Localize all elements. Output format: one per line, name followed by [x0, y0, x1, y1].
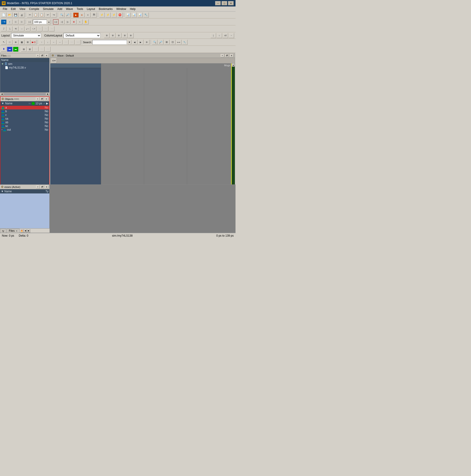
- search-input[interactable]: [92, 40, 127, 45]
- nav3-btn[interactable]: ⟲: [13, 26, 18, 31]
- break-btn[interactable]: |◁|: [53, 19, 59, 24]
- wave-add-btn[interactable]: +: [221, 54, 224, 57]
- menu-add[interactable]: Add: [56, 7, 64, 11]
- cut-btn[interactable]: ✂: [27, 13, 32, 17]
- column-layout-select[interactable]: Default: [64, 33, 100, 38]
- nav5-btn[interactable]: ↙~: [25, 26, 31, 31]
- nav6-btn[interactable]: ~↗: [31, 26, 36, 31]
- nav4-btn[interactable]: →: [19, 26, 24, 31]
- sim3-btn[interactable]: ⚡: [111, 13, 117, 17]
- signal-row-out[interactable]: + out No: [0, 128, 49, 132]
- signal-row-sa[interactable]: sa No: [0, 117, 49, 120]
- new-btn[interactable]: 📄: [1, 13, 6, 17]
- compile-btn[interactable]: ▶: [73, 13, 79, 17]
- tree-item-sim[interactable]: ▼ 🗄 sim: [0, 62, 49, 66]
- copy-btn[interactable]: 📋: [33, 13, 38, 17]
- compile3-btn[interactable]: ≡: [85, 13, 91, 17]
- files-scroll-left[interactable]: ◀: [0, 93, 3, 96]
- zoom-fit-btn[interactable]: ⊞: [164, 40, 170, 45]
- select-btn[interactable]: ↖: [1, 40, 6, 45]
- menu-simulate[interactable]: Simulate: [41, 7, 56, 11]
- zoom-opt-btn[interactable]: 🔧: [182, 40, 188, 45]
- rect-btn[interactable]: □: [7, 40, 13, 45]
- wave-divider-btn[interactable]: ⋯: [75, 40, 81, 45]
- menu-file[interactable]: File: [1, 7, 9, 11]
- step-up-btn[interactable]: ▲: [47, 19, 50, 24]
- col-btn3[interactable]: ⚙: [116, 33, 122, 38]
- signal-row-b[interactable]: b No: [0, 109, 49, 113]
- sim-step-input[interactable]: 100 ps: [33, 20, 47, 24]
- tab-fire-btn[interactable]: 🔥: [20, 229, 24, 233]
- stop-btn[interactable]: ⊗: [71, 19, 77, 24]
- tool3-btn[interactable]: 📊: [137, 13, 143, 17]
- objects-float-btn[interactable]: 🗗: [40, 97, 44, 101]
- break2-btn[interactable]: ◁|: [59, 19, 65, 24]
- nav7-btn[interactable]: ⋯: [37, 26, 42, 31]
- wave-signal-btn[interactable]: ⋯: [69, 40, 75, 45]
- sig-pat5-btn[interactable]: ⋯: [45, 47, 50, 52]
- nav2-btn[interactable]: ⤵: [7, 26, 13, 31]
- layout-select[interactable]: Simulate: [11, 33, 41, 38]
- tab-files-close[interactable]: ✕: [16, 230, 17, 232]
- view-btn2[interactable]: ○: [217, 33, 222, 38]
- redo-btn[interactable]: ↪: [51, 13, 57, 17]
- menu-window[interactable]: Window: [114, 7, 128, 11]
- sig-up-btn[interactable]: ⬆: [1, 47, 6, 52]
- menu-edit[interactable]: Edit: [9, 7, 17, 11]
- objects-close-btn[interactable]: ✕: [45, 97, 48, 101]
- files-float-btn[interactable]: 🗗: [40, 54, 44, 57]
- signal-row-c[interactable]: c No: [0, 113, 49, 117]
- search-next-btn[interactable]: ▶: [138, 40, 144, 45]
- wave-float-btn[interactable]: 🗗: [225, 54, 229, 57]
- vscroll-up[interactable]: ▲: [232, 64, 235, 67]
- menu-help[interactable]: Help: [128, 7, 137, 11]
- objects-add-btn[interactable]: +: [36, 97, 39, 101]
- tool1-btn[interactable]: 📊: [125, 13, 131, 17]
- wave-up-btn[interactable]: ↑: [39, 40, 45, 45]
- save-btn[interactable]: 💾: [13, 13, 18, 17]
- compile2-btn[interactable]: ⊞: [79, 13, 85, 17]
- menu-compile[interactable]: Compile: [27, 7, 41, 11]
- minimize-button[interactable]: ─: [215, 1, 221, 5]
- files-scroll-right[interactable]: ▶: [46, 93, 49, 96]
- col-btn5[interactable]: ⚙: [128, 33, 133, 38]
- nav8-btn[interactable]: ⋯: [43, 26, 49, 31]
- processes-float-btn[interactable]: 🗗: [40, 185, 44, 188]
- sim-back-btn[interactable]: ⟨⟨: [13, 19, 18, 24]
- menu-view[interactable]: View: [17, 7, 27, 11]
- sim-fwd-btn[interactable]: ⟩⟩: [19, 19, 24, 24]
- signal-row-sc[interactable]: sc No: [0, 124, 49, 128]
- col-btn1[interactable]: ⚙: [104, 33, 110, 38]
- open-btn[interactable]: 📂: [7, 13, 13, 17]
- maximize-button[interactable]: □: [222, 1, 227, 5]
- cross-btn[interactable]: ⊕: [13, 40, 18, 45]
- col-btn2[interactable]: ⚙: [110, 33, 115, 38]
- wave-down-btn[interactable]: ↓: [45, 40, 50, 45]
- wave-right-btn[interactable]: →: [57, 40, 63, 45]
- sim-run-all-btn[interactable]: ↑: [7, 19, 13, 24]
- hand-btn[interactable]: ✋: [83, 19, 89, 24]
- tab-ry[interactable]: ry: [0, 229, 6, 233]
- find-btn[interactable]: 🔍: [59, 13, 65, 17]
- play-btn[interactable]: ▶⊡: [31, 40, 36, 45]
- step-btn[interactable]: ▷|: [27, 19, 32, 24]
- sig-pat2-btn[interactable]: ▥: [27, 47, 32, 52]
- menu-wave[interactable]: Wave: [64, 7, 75, 11]
- wave-btn[interactable]: ≈: [77, 19, 82, 24]
- view-btn1[interactable]: |: [211, 33, 216, 38]
- search-prev-btn[interactable]: ◀: [132, 40, 137, 45]
- print-btn[interactable]: 🖨: [19, 13, 24, 17]
- bar-btn[interactable]: ▦: [19, 40, 24, 45]
- menu-bookmarks[interactable]: Bookmarks: [97, 7, 114, 11]
- close-button[interactable]: ✕: [228, 1, 234, 5]
- wave-group-btn[interactable]: ⋯: [63, 40, 68, 45]
- search-dropdown-arrow[interactable]: ▼: [127, 40, 131, 45]
- view-btn3[interactable]: All: [223, 33, 228, 38]
- wave-tool-btn[interactable]: ⚙▼: [51, 58, 57, 63]
- tab-scroll-left[interactable]: ◀: [24, 229, 27, 233]
- nav9-btn[interactable]: ⋯: [49, 26, 54, 31]
- processes-add-btn[interactable]: +: [36, 185, 40, 188]
- edge-btn[interactable]: ⊞: [25, 40, 31, 45]
- search-btn[interactable]: 🔎: [65, 13, 71, 17]
- files-close-btn[interactable]: ✕: [45, 54, 49, 57]
